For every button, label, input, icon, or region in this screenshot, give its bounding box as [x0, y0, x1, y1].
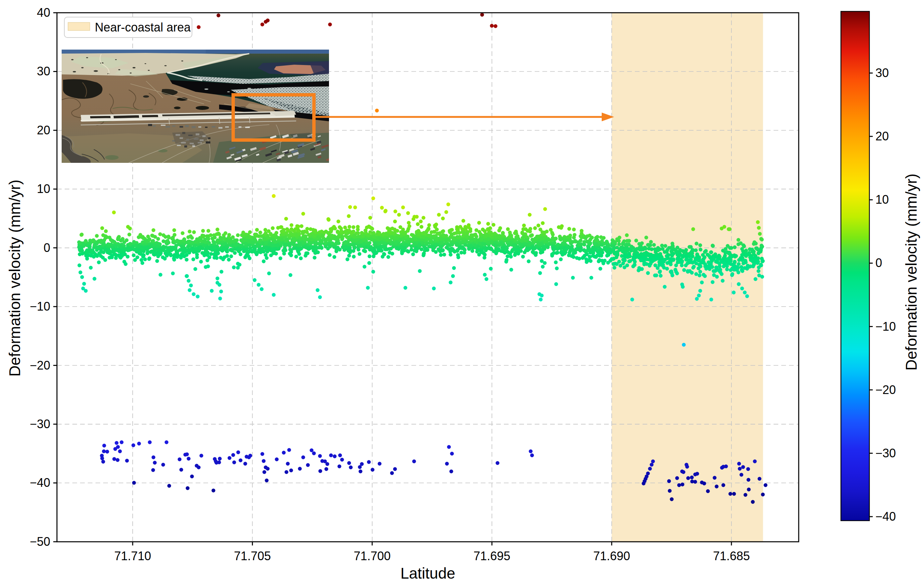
- svg-text:71.705: 71.705: [234, 549, 271, 563]
- svg-text:10: 10: [875, 193, 889, 206]
- svg-text:30: 30: [37, 64, 50, 78]
- svg-text:71.710: 71.710: [114, 549, 151, 563]
- svg-text:71.685: 71.685: [713, 549, 750, 563]
- svg-text:−30: −30: [30, 417, 50, 431]
- svg-text:71.695: 71.695: [474, 549, 510, 563]
- svg-text:Deformation velocity (mm/yr): Deformation velocity (mm/yr): [903, 173, 920, 370]
- svg-text:20: 20: [37, 123, 50, 137]
- svg-text:−40: −40: [30, 476, 50, 489]
- svg-text:40: 40: [37, 6, 50, 20]
- svg-text:−10: −10: [875, 320, 896, 334]
- svg-text:0: 0: [44, 241, 50, 254]
- svg-text:−30: −30: [875, 446, 896, 460]
- svg-text:−40: −40: [875, 510, 896, 524]
- svg-text:10: 10: [37, 182, 50, 196]
- svg-text:71.700: 71.700: [354, 549, 391, 563]
- svg-text:−50: −50: [30, 535, 50, 548]
- svg-text:Deformation velocity (mm/yr): Deformation velocity (mm/yr): [6, 180, 23, 377]
- svg-text:30: 30: [875, 66, 889, 80]
- svg-text:0: 0: [875, 256, 882, 270]
- svg-text:71.690: 71.690: [593, 549, 630, 563]
- svg-text:−20: −20: [30, 358, 50, 372]
- svg-text:Latitude: Latitude: [400, 565, 455, 582]
- svg-text:20: 20: [875, 129, 889, 143]
- svg-text:−20: −20: [875, 383, 896, 397]
- svg-text:Near-coastal area: Near-coastal area: [95, 20, 191, 34]
- svg-text:−10: −10: [30, 299, 50, 313]
